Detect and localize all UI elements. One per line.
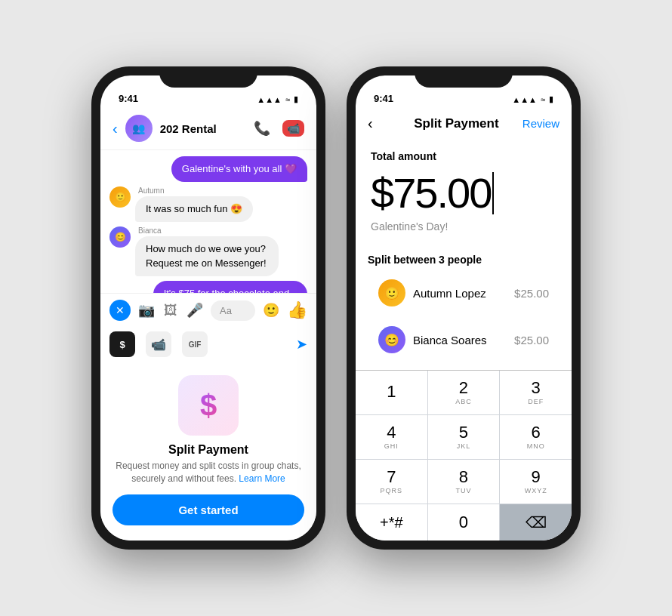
person-name-autumn: Autumn Lopez bbox=[413, 287, 507, 300]
status-icons-2: ▲▲▲ ≈ ▮ bbox=[512, 94, 553, 104]
amount-value: $75.00 bbox=[371, 168, 491, 217]
review-button[interactable]: Review bbox=[522, 117, 559, 130]
status-time-2: 9:41 bbox=[374, 93, 393, 104]
key-2[interactable]: 2 ABC bbox=[428, 371, 500, 414]
key-5[interactable]: 5 JKL bbox=[428, 415, 500, 459]
battery-icon-1: ▮ bbox=[294, 94, 298, 104]
media-icons: 📷 🖼 🎤 bbox=[138, 302, 203, 319]
key-1[interactable]: 1 bbox=[356, 371, 427, 414]
total-amount-label: Total amount bbox=[371, 150, 556, 162]
signal-icon-2: ▲▲▲ bbox=[512, 95, 537, 104]
key-6[interactable]: 6 MNO bbox=[500, 415, 572, 459]
avatar-bianca-split: 😊 bbox=[378, 326, 405, 353]
amount-display: $75.00 bbox=[371, 168, 556, 217]
avatar-autumn-split: 🙂 bbox=[378, 279, 405, 306]
wifi-icon-1: ≈ bbox=[285, 95, 290, 104]
split-people-section: Split between 3 people 🙂 Autumn Lopez $2… bbox=[356, 245, 572, 370]
back-button-1[interactable]: ‹ bbox=[113, 120, 118, 137]
pay-button[interactable]: $ bbox=[109, 331, 135, 357]
split-payment-header: ‹ Split Payment Review bbox=[356, 109, 572, 141]
key-0[interactable]: 0 bbox=[428, 504, 500, 541]
battery-icon-2: ▮ bbox=[549, 94, 553, 104]
messenger-input-bar: ✕ 📷 🖼 🎤 Aa 🙂 👍 bbox=[100, 293, 316, 327]
phone-messenger: 9:41 ▲▲▲ ≈ ▮ ‹ 👥 202 Rental 📞 📹 bbox=[91, 66, 325, 550]
status-time-1: 9:41 bbox=[119, 93, 138, 104]
dollar-icon: $ bbox=[200, 389, 217, 423]
text-cursor bbox=[492, 172, 494, 214]
key-8[interactable]: 8 TUV bbox=[428, 460, 500, 504]
messenger-header: ‹ 👥 202 Rental 📞 📹 bbox=[100, 109, 316, 150]
get-started-button[interactable]: Get started bbox=[113, 494, 304, 525]
camera-icon[interactable]: 📷 bbox=[138, 302, 155, 319]
phone-split-payment: 9:41 ▲▲▲ ≈ ▮ ‹ Split Payment Review Tota… bbox=[347, 66, 581, 550]
received-message-1: 🙂 Autumn It was so much fun 😍 bbox=[109, 186, 307, 222]
key-symbols[interactable]: +*# bbox=[356, 504, 427, 541]
promo-description: Request money and split costs in group c… bbox=[113, 460, 304, 485]
phone2-inner: 9:41 ▲▲▲ ≈ ▮ ‹ Split Payment Review Tota… bbox=[356, 75, 572, 541]
toolbar-row: $ 📹 GIF ➤ bbox=[100, 327, 316, 363]
messages-area: Galentine's with you all 💜 🙂 Autumn It w… bbox=[100, 150, 316, 293]
split-payment-title: Split Payment bbox=[414, 116, 498, 131]
phones-container: 9:41 ▲▲▲ ≈ ▮ ‹ 👥 202 Rental 📞 📹 bbox=[91, 66, 581, 550]
key-3[interactable]: 3 DEF bbox=[500, 371, 572, 414]
signal-icon-1: ▲▲▲ bbox=[257, 95, 282, 104]
sender-bianca: Bianca bbox=[138, 226, 279, 235]
key-delete[interactable]: ⌫ bbox=[500, 504, 572, 541]
split-icon-container: $ bbox=[178, 375, 239, 436]
phone-call-icon[interactable]: 📞 bbox=[254, 120, 270, 137]
sent-message-1: Galentine's with you all 💜 bbox=[171, 156, 307, 182]
emoji-icon[interactable]: 🙂 bbox=[263, 302, 279, 319]
header-actions: 📞 📹 bbox=[254, 120, 304, 137]
received-message-2: 😊 Bianca How much do we owe you? Request… bbox=[109, 226, 307, 276]
back-button-2[interactable]: ‹ bbox=[368, 115, 390, 132]
person-row-autumn: 🙂 Autumn Lopez $25.00 bbox=[368, 272, 559, 314]
split-people-title: Split between 3 people bbox=[368, 254, 559, 266]
group-name: 202 Rental bbox=[160, 122, 246, 135]
person-name-bianca: Bianca Soares bbox=[413, 334, 507, 346]
person-amount-bianca: $25.00 bbox=[514, 334, 549, 346]
keypad: 1 2 ABC 3 DEF 4 GHI 5 JKL bbox=[356, 370, 572, 541]
amount-note: Galentine's Day! bbox=[371, 220, 556, 233]
avatar-bianca: 😊 bbox=[109, 226, 131, 248]
learn-more-link[interactable]: Learn More bbox=[239, 473, 285, 484]
sender-autumn: Autumn bbox=[138, 186, 253, 195]
gif-button[interactable]: GIF bbox=[182, 331, 208, 357]
image-icon[interactable]: 🖼 bbox=[164, 303, 177, 319]
key-9[interactable]: 9 WXYZ bbox=[500, 460, 572, 504]
split-payment-promo: $ Split Payment Request money and split … bbox=[100, 363, 316, 541]
notch-1 bbox=[159, 66, 257, 88]
like-icon[interactable]: 👍 bbox=[287, 300, 307, 320]
key-7[interactable]: 7 PQRS bbox=[356, 460, 427, 504]
group-avatar: 👥 bbox=[125, 115, 153, 142]
wifi-icon-2: ≈ bbox=[541, 95, 545, 104]
close-button[interactable]: ✕ bbox=[109, 300, 131, 321]
amount-section: Total amount $75.00 Galentine's Day! bbox=[356, 141, 572, 245]
send-button[interactable]: ➤ bbox=[296, 336, 307, 353]
person-row-bianca: 😊 Bianca Soares $25.00 bbox=[368, 319, 559, 361]
key-4[interactable]: 4 GHI bbox=[356, 415, 427, 459]
message-input[interactable]: Aa bbox=[211, 300, 255, 321]
avatar-autumn: 🙂 bbox=[109, 186, 131, 208]
notch-2 bbox=[415, 66, 513, 88]
sent-message-2: It's $75 for the chocolate and flowers, … bbox=[153, 281, 307, 294]
person-amount-autumn: $25.00 bbox=[514, 287, 549, 300]
video-call-icon[interactable]: 📹 bbox=[282, 120, 304, 137]
mic-icon[interactable]: 🎤 bbox=[186, 302, 203, 319]
status-icons-1: ▲▲▲ ≈ ▮ bbox=[257, 94, 298, 104]
promo-title: Split Payment bbox=[168, 443, 248, 457]
phone1-inner: 9:41 ▲▲▲ ≈ ▮ ‹ 👥 202 Rental 📞 📹 bbox=[100, 75, 316, 541]
video-add-button[interactable]: 📹 bbox=[146, 331, 171, 357]
